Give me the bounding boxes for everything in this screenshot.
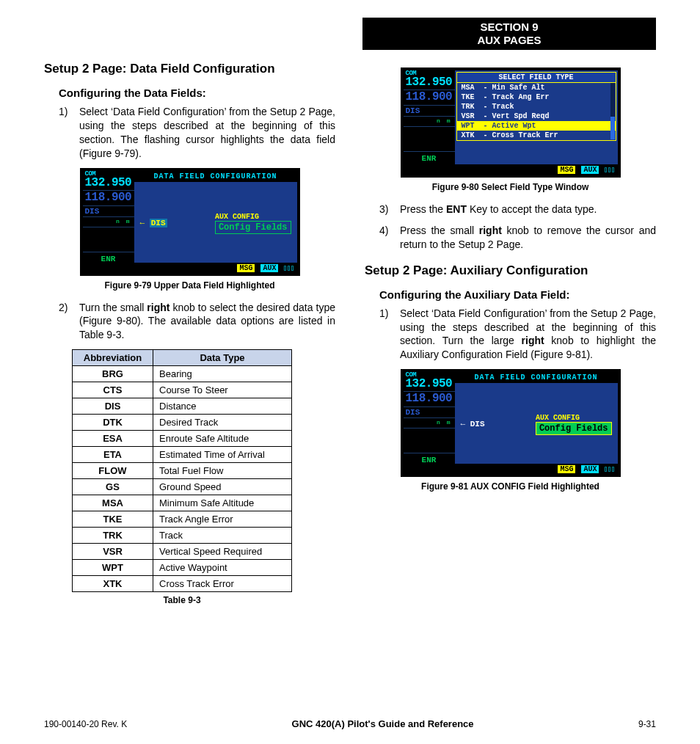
cell-datatype: Minimum Safe Altitude bbox=[153, 495, 292, 511]
arrow-dis-icon: ← DIS bbox=[140, 219, 167, 227]
step-2: 2) Turn the small right knob to select t… bbox=[59, 301, 335, 343]
step-2-num: 2) bbox=[59, 301, 79, 343]
aux-config-label-3: AUX CONFIG bbox=[536, 414, 612, 422]
figure-9-79: COM132.950 118.900 DIS ENR DATA FIELD CO… bbox=[80, 168, 300, 276]
status-bar-2: MSG AUX ▯▯▯ bbox=[455, 164, 618, 175]
table-row: XTKCross Track Error bbox=[73, 576, 292, 592]
page-bars-icon-2: ▯▯▯ bbox=[603, 166, 614, 174]
cell-abbrev: CTS bbox=[73, 382, 153, 398]
cell-abbrev: DTK bbox=[73, 415, 153, 431]
popup-option: TKE - Track Ang Err bbox=[457, 92, 616, 102]
step-1b: 1) Select ‘Data Field Configuration’ fro… bbox=[379, 307, 656, 362]
figure-9-80: COM132.950 118.900 DIS ENR SELECT FIELD … bbox=[401, 68, 621, 178]
footer-title: GNC 420(A) Pilot's Guide and Reference bbox=[292, 718, 474, 729]
table-row: TRKTrack bbox=[73, 528, 292, 544]
blank-area bbox=[83, 227, 134, 252]
aux-indicator-3: AUX bbox=[581, 465, 599, 473]
heading-dfc: Setup 2 Page: Data Field Configuration bbox=[44, 62, 335, 76]
cell-abbrev: ESA bbox=[73, 431, 153, 447]
freq-standby: 118.900 bbox=[83, 191, 134, 206]
cell-abbrev: BRG bbox=[73, 366, 153, 382]
cell-datatype: Cross Track Error bbox=[153, 576, 292, 592]
table-row: DISDistance bbox=[73, 398, 292, 415]
table-row: ESAEnroute Safe Altitude bbox=[73, 431, 292, 447]
popup-title: SELECT FIELD TYPE bbox=[457, 73, 616, 83]
aux-config-field-highlighted: Config Fields bbox=[536, 422, 612, 435]
fig-80-caption: Figure 9-80 Select Field Type Window bbox=[365, 182, 656, 192]
cell-datatype: Course To Steer bbox=[153, 382, 292, 398]
cell-abbrev: VSR bbox=[73, 544, 153, 560]
table-caption: Table 9-3 bbox=[72, 595, 292, 605]
page-footer: 190-00140-20 Rev. K GNC 420(A) Pilot's G… bbox=[44, 718, 656, 729]
popup-option: WPT - Active Wpt bbox=[457, 121, 616, 131]
gps-title: DATA FIELD CONFIGURATION bbox=[134, 171, 297, 182]
left-column: Setup 2 Page: Data Field Configuration C… bbox=[44, 62, 335, 605]
step-4-num: 4) bbox=[379, 224, 400, 252]
status-bar-3: MSG AUX ▯▯▯ bbox=[455, 464, 618, 474]
section-banner: SECTION 9 AUX PAGES bbox=[362, 18, 656, 50]
page-bars-icon-3: ▯▯▯ bbox=[603, 465, 614, 473]
cell-datatype: Bearing bbox=[153, 366, 292, 382]
page-bars-icon: ▯▯▯ bbox=[282, 264, 294, 272]
table-row: GSGround Speed bbox=[73, 479, 292, 495]
dis-highlighted: DIS bbox=[150, 219, 167, 227]
cell-abbrev: XTK bbox=[73, 576, 153, 592]
figure-9-81: COM132.950 118.900 DIS ENR DATA FIELD CO… bbox=[401, 369, 621, 477]
freq-active-3: 132.950 bbox=[406, 377, 453, 390]
blank-area-2 bbox=[404, 127, 455, 152]
popup-option: TRK - Track bbox=[457, 102, 616, 112]
cell-datatype: Desired Track bbox=[153, 415, 292, 431]
popup-option: XTK - Cross Track Err bbox=[457, 131, 616, 140]
table-row: ETAEstimated Time of Arrival bbox=[73, 447, 292, 463]
enr-label: ENR bbox=[83, 252, 134, 266]
cell-datatype: Track bbox=[153, 528, 292, 544]
enr-label-2: ENR bbox=[404, 152, 455, 165]
cell-datatype: Track Angle Error bbox=[153, 511, 292, 528]
msg-indicator-3: MSG bbox=[558, 465, 575, 473]
subheading-aux: Configuring the Auxiliary Data Field: bbox=[379, 288, 656, 301]
arrow-dis-3: ← DIS bbox=[461, 420, 485, 428]
scale-bar-2 bbox=[404, 117, 455, 127]
aux-indicator-2: AUX bbox=[581, 166, 599, 174]
table-row: TKETrack Angle Error bbox=[73, 511, 292, 528]
cell-abbrev: ETA bbox=[73, 447, 153, 463]
table-row: DTKDesired Track bbox=[73, 415, 292, 431]
dis-label: DIS bbox=[83, 206, 134, 217]
cell-abbrev: MSA bbox=[73, 495, 153, 511]
gps-title-3: DATA FIELD CONFIGURATION bbox=[455, 372, 618, 383]
msg-indicator: MSG bbox=[237, 264, 255, 272]
step-1-num: 1) bbox=[59, 105, 79, 161]
heading-aux-config: Setup 2 Page: Auxiliary Configuration bbox=[365, 263, 656, 278]
aux-config-field: Config Fields bbox=[215, 221, 291, 234]
th-abbreviation: Abbreviation bbox=[73, 350, 153, 366]
popup-option: VSR - Vert Spd Reqd bbox=[457, 112, 616, 121]
banner-line2: AUX PAGES bbox=[362, 34, 656, 47]
footer-pagenum: 9-31 bbox=[638, 719, 656, 729]
cell-abbrev: GS bbox=[73, 479, 153, 495]
dis-label-2: DIS bbox=[404, 106, 455, 117]
freq-standby-2: 118.900 bbox=[404, 90, 455, 106]
popup-option: MSA - Min Safe Alt bbox=[457, 83, 616, 92]
freq-active: 132.950 bbox=[85, 176, 132, 189]
cell-datatype: Distance bbox=[153, 398, 292, 415]
footer-docnum: 190-00140-20 Rev. K bbox=[44, 719, 127, 729]
step-1-text: Select ‘Data Field Configuration’ from t… bbox=[79, 105, 335, 161]
blank-area-3 bbox=[404, 428, 455, 453]
step-3-text: Press the ENT Key to accept the data typ… bbox=[400, 203, 656, 216]
step-4: 4) Press the small right knob to remove … bbox=[379, 224, 656, 252]
cell-datatype: Enroute Safe Altitude bbox=[153, 431, 292, 447]
scale-bar bbox=[83, 217, 134, 227]
cell-abbrev: FLOW bbox=[73, 463, 153, 479]
aux-config-label: AUX CONFIG bbox=[215, 213, 291, 221]
cell-abbrev: TRK bbox=[73, 528, 153, 544]
cell-abbrev: TKE bbox=[73, 511, 153, 528]
step-1b-text: Select ‘Data Field Configuration’ from t… bbox=[400, 307, 656, 362]
freq-active-2: 132.950 bbox=[406, 76, 453, 89]
cell-abbrev: DIS bbox=[73, 398, 153, 415]
table-row: CTSCourse To Steer bbox=[73, 382, 292, 398]
msg-indicator-2: MSG bbox=[558, 166, 575, 174]
fig-81-caption: Figure 9-81 AUX CONFIG Field Highlighted bbox=[365, 481, 656, 492]
table-row: WPTActive Waypoint bbox=[73, 560, 292, 576]
cell-datatype: Active Waypoint bbox=[153, 560, 292, 576]
cell-datatype: Ground Speed bbox=[153, 479, 292, 495]
